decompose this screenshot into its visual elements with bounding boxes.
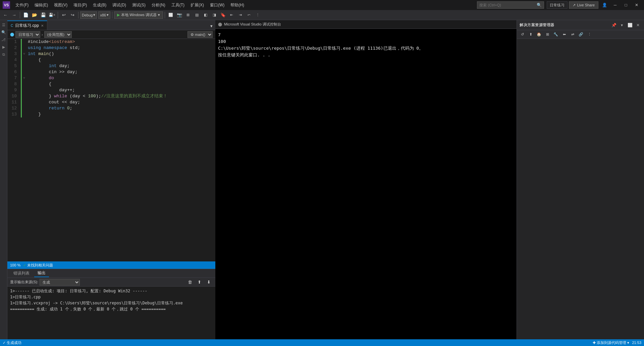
tab-bar: C 日常练习.cpp ✕ ▾ [7, 20, 215, 30]
save-button[interactable]: 💾 [39, 11, 47, 19]
menu-bar: 文件(F) 编辑(E) 视图(V) 项目(P) 生成(B) 调试(D) 测试(S… [13, 2, 474, 9]
toolbar-btn-6[interactable]: ⇥ [236, 11, 245, 19]
clear-output-button[interactable]: 🗑 [186, 278, 194, 286]
close-button[interactable]: ✕ [632, 1, 641, 9]
menu-project[interactable]: 项目(P) [71, 2, 90, 9]
solution-explorer-header: 解决方案资源管理器 📌 ▾ ⬜ ✕ [517, 20, 644, 30]
activity-bar: ☰ 🔍 ⎇ ▶ ⧉ [0, 20, 7, 339]
debug-console-header: ⬤ Microsoft Visual Studio 调试控制台 [215, 20, 517, 29]
minimize-button[interactable]: ─ [610, 1, 620, 9]
live-share-button[interactable]: ↗ Live Share [569, 1, 598, 9]
platform-dropdown[interactable]: x86 ▾ [98, 11, 110, 19]
se-pin-button[interactable]: 📌 [610, 22, 617, 29]
tab-close-button[interactable]: ✕ [41, 24, 44, 28]
debug-console-content[interactable]: 7 100 C:\Users\郅莹\source\repos\日常练习\Debu… [215, 29, 517, 339]
debug-console-icon: ⬤ [218, 22, 222, 27]
editor-section: C 日常练习.cpp ✕ ▾ ⬤ 日常练习 › (全局范围) ⚙ main() [7, 20, 215, 339]
menu-tools[interactable]: 工具(T) [169, 2, 187, 9]
activity-search[interactable]: 🔍 [0, 29, 7, 36]
se-tb-btn1[interactable]: ↺ [518, 31, 526, 39]
code-line-5: 5 int day; [7, 63, 215, 69]
toolbar-btn-8[interactable]: ⋮ [254, 11, 262, 19]
code-line-13: 13 } [7, 111, 215, 117]
no-issues-indicator: ✓ 未找到相关问题 [23, 263, 53, 268]
camera-button[interactable]: 📷 [175, 11, 183, 19]
add-source-control[interactable]: ✚ 添加到源代码管理 ▾ [593, 340, 629, 345]
se-tb-btn5[interactable]: 🔧 [552, 31, 560, 39]
output-source-select[interactable]: 生成 [40, 279, 80, 286]
redo-button[interactable]: ↪ [68, 11, 76, 19]
menu-analyze[interactable]: 分析(N) [149, 2, 168, 9]
tab-scroll-right[interactable]: ▾ [207, 22, 215, 30]
code-line-7: 7 ▽ do [7, 75, 215, 81]
search-input[interactable] [479, 3, 537, 7]
toolbar-btn-2[interactable]: ▤ [193, 11, 201, 19]
se-tb-btn3[interactable]: 🏠 [535, 31, 543, 39]
menu-help[interactable]: 帮助(H) [228, 2, 247, 9]
output-btn-1[interactable]: ⬆ [195, 278, 203, 286]
run-label: 本地 Windows 调试器 [121, 12, 157, 17]
toolbar-btn-4[interactable]: ◨ [210, 11, 218, 19]
menu-debug[interactable]: 调试(D) [110, 2, 129, 9]
debug-config-label: Debug [82, 13, 93, 17]
se-tb-btn6[interactable]: ⬅ [560, 31, 568, 39]
no-issues-label: 未找到相关问题 [27, 263, 53, 268]
bookmark-button[interactable]: 🔖 [219, 11, 227, 19]
se-close-button[interactable]: ✕ [635, 22, 641, 29]
editor-breadcrumb: ⬤ 日常练习 › (全局范围) ⚙ main() [7, 30, 215, 39]
se-tb-btn7[interactable]: ⇌ [569, 31, 577, 39]
se-dropdown-button[interactable]: ▾ [619, 22, 625, 29]
activity-git[interactable]: ⎇ [0, 36, 7, 43]
run-button[interactable]: ▶ 本地 Windows 调试器 ▾ [114, 11, 163, 19]
solution-explorer-panel: 解决方案资源管理器 📌 ▾ ⬜ ✕ ↺ ⬆ 🏠 ⊞ 🔧 ⬅ ⇌ 🔗 ⋮ [517, 20, 644, 339]
breadcrumb-scope-select[interactable]: (全局范围) [44, 31, 72, 38]
code-editor[interactable]: 1 #include<iostream> 2 using namespace s… [7, 39, 215, 261]
menu-extensions[interactable]: 扩展(X) [188, 2, 207, 9]
menu-view[interactable]: 视图(V) [51, 2, 70, 9]
menu-build[interactable]: 生成(B) [90, 2, 109, 9]
tab-file-icon: C [11, 24, 13, 28]
back-button[interactable]: ← [1, 11, 9, 19]
forward-button[interactable]: → [10, 11, 18, 19]
toolbar-btn-1[interactable]: ⊞ [184, 11, 192, 19]
toolbar-btn-3[interactable]: ◧ [202, 11, 210, 19]
toolbar-btn-5[interactable]: ⇤ [228, 11, 236, 19]
se-tb-btn9[interactable]: ⋮ [585, 31, 593, 39]
open-button[interactable]: 📂 [31, 11, 39, 19]
title-search-box[interactable]: 🔍 [477, 1, 544, 9]
breakpoint-button[interactable]: ⬜ [167, 11, 175, 19]
se-float-button[interactable]: ⬜ [627, 22, 633, 29]
se-tb-btn8[interactable]: 🔗 [577, 31, 585, 39]
activity-debug[interactable]: ▶ [0, 44, 7, 50]
se-tb-btn2[interactable]: ⬆ [527, 31, 535, 39]
se-tb-btn4[interactable]: ⊞ [543, 31, 551, 39]
output-line-3: 1>日常练习.vcxproj -> C:\Users\郅莹\source\rep… [10, 300, 213, 306]
menu-test[interactable]: 测试(S) [129, 2, 148, 9]
activity-files[interactable]: ☰ [0, 21, 7, 28]
live-share-icon: ↗ [573, 3, 576, 7]
debug-console-section: ⬤ Microsoft Visual Studio 调试控制台 7 100 C:… [215, 20, 517, 339]
errors-tab[interactable]: 错误列表 [10, 270, 33, 277]
output-source-label: 显示输出来源(S): [10, 280, 38, 285]
undo-button[interactable]: ↩ [60, 11, 68, 19]
output-tab[interactable]: 输出 [34, 269, 49, 277]
maximize-button[interactable]: □ [621, 1, 631, 9]
person-icon-button[interactable]: 👤 [600, 1, 609, 9]
new-file-button[interactable]: 📄 [22, 11, 30, 19]
debug-config-dropdown[interactable]: Debug ▾ [80, 11, 97, 19]
status-left: ✓ 生成成功 [3, 340, 21, 345]
menu-edit[interactable]: 编辑(E) [32, 2, 51, 9]
output-tab-bar: 错误列表 输出 [7, 269, 215, 278]
project-label: 日常练习 [547, 1, 568, 9]
breadcrumb-function-select[interactable]: ⚙ main() [187, 31, 213, 38]
zoom-control[interactable]: 100 % [10, 263, 20, 267]
editor-tab-main[interactable]: C 日常练习.cpp ✕ [7, 20, 47, 30]
activity-extensions[interactable]: ⧉ [0, 51, 7, 58]
menu-file[interactable]: 文件(F) [13, 2, 31, 9]
save-all-button[interactable]: 💾+ [48, 11, 56, 19]
menu-window[interactable]: 窗口(W) [207, 2, 227, 9]
platform-label: x86 [100, 13, 106, 17]
output-btn-2[interactable]: ⬇ [205, 278, 213, 286]
toolbar-btn-7[interactable]: ⤺ [245, 11, 253, 19]
breadcrumb-file-select[interactable]: 日常练习 [15, 31, 40, 38]
